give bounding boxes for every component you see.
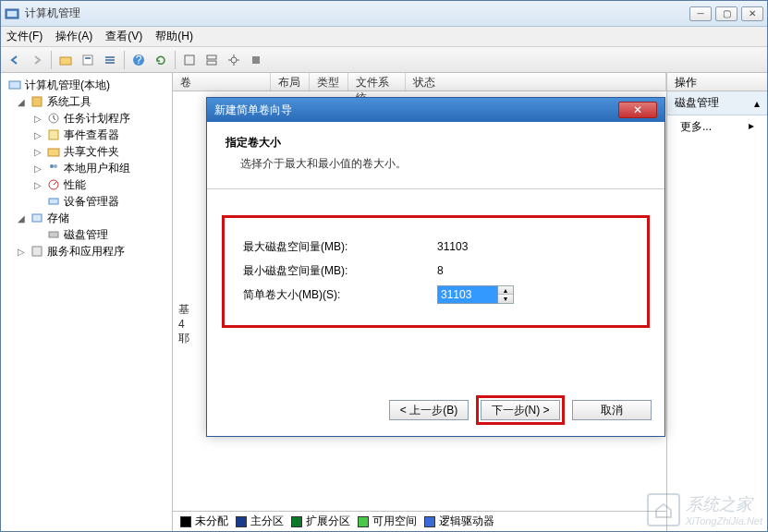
legend-label: 未分配 (195, 514, 228, 529)
svg-rect-1 (7, 11, 17, 17)
dialog-heading: 指定卷大小 (226, 135, 646, 151)
svg-rect-23 (49, 199, 58, 204)
action-icon[interactable] (246, 50, 266, 70)
actions-section[interactable]: 磁盘管理 ▴ (667, 91, 767, 115)
dialog-close-button[interactable]: ✕ (618, 102, 657, 118)
expand-icon[interactable]: ▷ (32, 114, 43, 124)
svg-rect-11 (207, 55, 216, 59)
legend-label: 逻辑驱动器 (439, 514, 494, 529)
spin-down-button[interactable]: ▼ (498, 295, 513, 303)
collapse-icon[interactable]: ◢ (16, 97, 27, 107)
properties-icon[interactable] (78, 50, 98, 70)
tree-diskmgmt[interactable]: 磁盘管理 (3, 226, 170, 243)
tree-label: 设备管理器 (64, 194, 119, 210)
highlight-next: 下一步(N) > (476, 395, 565, 425)
size-label: 简单卷大小(MB)(S): (243, 287, 437, 303)
expand-icon[interactable]: ▷ (16, 247, 27, 257)
close-button[interactable]: ✕ (741, 6, 763, 21)
titlebar[interactable]: 计算机管理 ─ ▢ ✕ (1, 1, 767, 27)
size-input[interactable] (437, 285, 498, 304)
svg-rect-18 (49, 130, 58, 139)
svg-point-21 (54, 164, 57, 168)
tree-users[interactable]: ▷ 本地用户和组 (3, 160, 170, 176)
tree-devmgr[interactable]: 设备管理器 (3, 193, 170, 210)
back-button[interactable]: < 上一步(B) (389, 400, 469, 420)
view2-icon[interactable] (201, 50, 222, 70)
size-spinner: ▲ ▼ (437, 285, 514, 304)
tree-label: 系统工具 (47, 94, 91, 110)
tree-perf[interactable]: ▷ 性能 (3, 176, 170, 193)
col-fs[interactable]: 文件系统 (348, 73, 406, 91)
list-icon[interactable] (100, 50, 120, 70)
expand-icon[interactable]: ▷ (32, 180, 43, 190)
tree-label: 存储 (47, 211, 69, 226)
col-volume[interactable]: 卷 (173, 73, 271, 91)
svg-rect-14 (252, 56, 260, 64)
tree-services[interactable]: ▷ 服务和应用程序 (3, 243, 170, 260)
tree-shared[interactable]: ▷ 共享文件夹 (3, 143, 170, 160)
refresh-icon[interactable] (151, 50, 171, 70)
spin-up-button[interactable]: ▲ (498, 286, 513, 295)
back-button[interactable] (5, 50, 25, 70)
col-status[interactable]: 状态 (406, 73, 666, 91)
svg-rect-24 (32, 214, 42, 222)
menu-help[interactable]: 帮助(H) (155, 29, 193, 44)
min-space-value: 8 (437, 264, 444, 277)
menu-view[interactable]: 查看(V) (105, 29, 142, 44)
legend-swatch (236, 516, 247, 527)
dialog-titlebar[interactable]: 新建简单卷向导 ✕ (207, 98, 664, 122)
wizard-dialog: 新建简单卷向导 ✕ 指定卷大小 选择介于最大和最小值的卷大小。 最大磁盘空间量(… (206, 97, 665, 437)
disk-icon (46, 227, 61, 242)
toolbar: ? (1, 47, 767, 73)
app-icon (5, 6, 19, 21)
svg-text:?: ? (136, 54, 142, 66)
col-layout[interactable]: 布局 (271, 73, 310, 91)
clock-icon (46, 111, 61, 126)
forward-button[interactable] (27, 50, 47, 70)
svg-rect-2 (60, 57, 71, 65)
menubar: 文件(F) 操作(A) 查看(V) 帮助(H) (1, 27, 767, 47)
menu-file[interactable]: 文件(F) (6, 29, 43, 44)
tree-systools[interactable]: ◢ 系统工具 (3, 93, 170, 110)
next-button[interactable]: 下一步(N) > (481, 400, 560, 420)
tree-panel: 计算机管理(本地) ◢ 系统工具 ▷ 任务计划程序 ▷ 事件查看器 ▷ 共享文件… (1, 73, 173, 531)
collapse-icon[interactable]: ◢ (16, 213, 27, 224)
column-header: 卷 布局 类型 文件系统 状态 (173, 73, 666, 91)
expand-icon[interactable]: ▷ (32, 130, 43, 140)
window-title: 计算机管理 (25, 6, 689, 21)
col-type[interactable]: 类型 (310, 73, 348, 91)
tree-label: 本地用户和组 (64, 161, 130, 176)
menu-action[interactable]: 操作(A) (55, 29, 92, 44)
svg-rect-19 (48, 149, 59, 156)
tree-label: 共享文件夹 (64, 144, 119, 160)
cancel-button[interactable]: 取消 (572, 400, 652, 420)
svg-rect-12 (207, 61, 216, 65)
actions-more[interactable]: 更多... ▸ (667, 115, 767, 139)
tree-storage[interactable]: ◢ 存储 (3, 210, 170, 226)
svg-point-20 (50, 164, 54, 168)
minimize-button[interactable]: ─ (689, 6, 712, 21)
dialog-title: 新建简单卷向导 (214, 103, 618, 118)
highlight-box: 最大磁盘空间量(MB): 31103 最小磁盘空间量(MB): 8 简单卷大小(… (222, 215, 650, 328)
svg-rect-10 (185, 55, 194, 65)
folder-icon[interactable] (55, 50, 76, 70)
view1-icon[interactable] (179, 50, 200, 70)
folder-icon (46, 144, 61, 159)
actions-panel: 操作 磁盘管理 ▴ 更多... ▸ (667, 73, 767, 531)
expand-icon[interactable]: ▷ (32, 163, 43, 174)
help-icon[interactable]: ? (128, 50, 149, 70)
section-label: 磁盘管理 (675, 95, 719, 111)
tree-label: 服务和应用程序 (47, 244, 125, 260)
dialog-subheading: 选择介于最大和最小值的卷大小。 (240, 156, 646, 172)
svg-rect-7 (105, 62, 115, 64)
maximize-button[interactable]: ▢ (715, 6, 738, 21)
min-space-label: 最小磁盘空间量(MB): (243, 263, 437, 279)
max-space-value: 31103 (437, 240, 468, 253)
tree-eventviewer[interactable]: ▷ 事件查看器 (3, 127, 170, 143)
settings-icon[interactable] (224, 50, 244, 70)
tree-scheduler[interactable]: ▷ 任务计划程序 (3, 110, 170, 127)
legend-swatch (291, 516, 302, 527)
tree-root[interactable]: 计算机管理(本地) (3, 77, 170, 93)
expand-icon[interactable]: ▷ (32, 147, 43, 157)
services-icon (30, 244, 44, 259)
